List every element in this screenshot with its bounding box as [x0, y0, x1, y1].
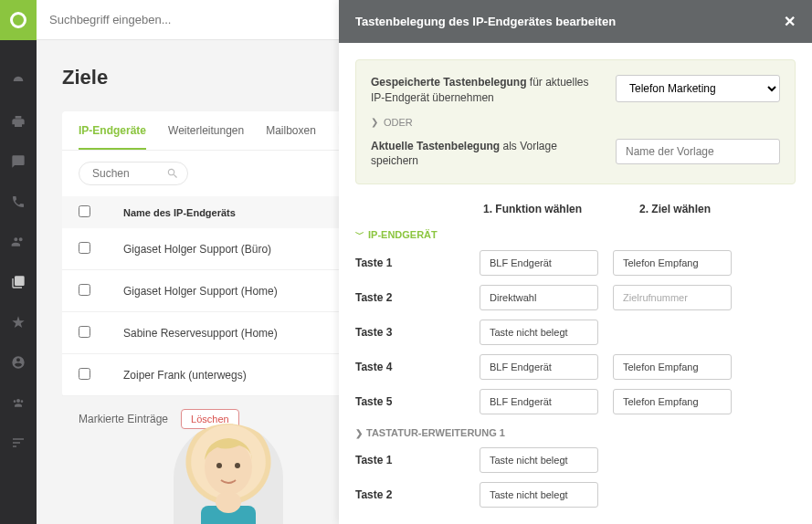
key-function-select[interactable]: Taste nicht belegt [480, 482, 598, 508]
svg-point-4 [216, 491, 241, 513]
key-assignment-modal: Tastenbelegung des IP-Endgerätes bearbei… [339, 0, 812, 524]
key-row: Taste 4BLF EndgerätTelefon Empfang [355, 354, 796, 380]
key-function-select[interactable]: Direktwahl [480, 285, 598, 310]
column-headers: 1. Funktion wählen 2. Ziel wählen [355, 203, 796, 215]
close-icon[interactable]: ✕ [784, 13, 796, 30]
sidebar-group-icon[interactable] [10, 394, 26, 411]
modal-body: Gespeicherte Tastenbelegung für aktuelle… [339, 43, 812, 524]
key-row: Taste 3Taste nicht belegt [355, 320, 796, 345]
col-function-header: 1. Funktion wählen [483, 203, 639, 215]
row-checkbox[interactable] [79, 368, 90, 380]
row-checkbox[interactable] [79, 284, 90, 296]
sidebar-chat-icon[interactable] [10, 153, 26, 170]
key-label: Taste 1 [355, 257, 465, 269]
key-label: Taste 1 [355, 454, 465, 466]
key-target-select[interactable]: Telefon Empfang [613, 250, 732, 276]
template-save-input[interactable] [616, 139, 780, 164]
template-save-label: Aktuelle Tastenbelegung als Vorlage spei… [371, 139, 597, 170]
sidebar-print-icon[interactable] [10, 113, 26, 130]
logo[interactable] [0, 0, 37, 40]
key-function-select[interactable]: BLF Endgerät [480, 389, 598, 414]
key-label: Taste 2 [355, 291, 465, 304]
key-function-select[interactable]: Taste nicht belegt [480, 447, 598, 473]
key-function-select[interactable]: BLF Endgerät [480, 354, 598, 380]
sidebar-dashboard-icon[interactable] [10, 73, 26, 89]
row-checkbox[interactable] [79, 242, 90, 254]
key-row: Taste 2DirektwahlZielrufnummer [355, 285, 796, 310]
col-target-header: 2. Ziel wählen [639, 203, 796, 215]
search-input[interactable] [49, 13, 323, 26]
key-function-select[interactable]: Taste nicht belegt [480, 320, 598, 345]
tab-mailboxes[interactable]: Mailboxen [266, 124, 316, 150]
key-target-select[interactable]: Telefon Empfang [613, 389, 732, 414]
chevron-down-icon: ﹀ [355, 228, 364, 241]
marked-label: Markierte Einträge [79, 413, 168, 425]
sidebar-profile-icon[interactable] [10, 354, 26, 371]
section-keyboard-extension[interactable]: ❯ TASTATUR-ERWEITERUNG 1 [355, 427, 796, 438]
key-label: Taste 2 [355, 488, 465, 501]
key-row: Taste 1BLF EndgerätTelefon Empfang [355, 250, 796, 276]
key-label: Taste 3 [355, 326, 465, 339]
key-target-select[interactable]: Zielrufnummer [613, 285, 732, 310]
chevron-right-icon: ❯ [371, 117, 378, 127]
sidebar-star-icon[interactable] [10, 314, 26, 330]
modal-header: Tastenbelegung des IP-Endgerätes bearbei… [339, 0, 812, 43]
template-load-label: Gespeicherte Tastenbelegung für aktuelle… [371, 75, 597, 106]
section-ip-device[interactable]: ﹀ IP-ENDGERÄT [355, 228, 796, 241]
key-label: Taste 5 [355, 395, 465, 408]
key-row: Taste 5BLF EndgerätTelefon Empfang [355, 389, 796, 414]
sidebar-users-icon[interactable] [10, 234, 26, 250]
key-row: Taste 1Taste nicht belegt [355, 447, 796, 473]
avatar-image [174, 424, 283, 524]
key-function-select[interactable]: BLF Endgerät [480, 250, 598, 276]
tab-ip-devices[interactable]: IP-Endgeräte [79, 124, 146, 150]
search-icon [166, 167, 179, 183]
key-target-select[interactable]: Telefon Empfang [613, 354, 732, 380]
template-or-divider: ❯ ODER [371, 117, 780, 128]
logo-circle-icon [10, 12, 26, 28]
modal-title: Tastenbelegung des IP-Endgerätes bearbei… [355, 15, 616, 28]
select-all-checkbox[interactable] [79, 205, 90, 217]
row-checkbox[interactable] [79, 326, 90, 338]
tab-forwardings[interactable]: Weiterleitungen [168, 124, 244, 150]
key-label: Taste 4 [355, 361, 465, 373]
sidebar-phone-icon[interactable] [10, 194, 26, 210]
svg-point-2 [235, 463, 240, 468]
chevron-right-icon: ❯ [355, 428, 363, 438]
template-box: Gespeicherte Tastenbelegung für aktuelle… [355, 59, 796, 184]
sidebar [0, 40, 37, 524]
sidebar-settings-icon[interactable] [10, 435, 26, 451]
svg-point-1 [216, 463, 222, 468]
template-load-select[interactable]: Telefon Marketing [616, 75, 780, 102]
key-row: Taste 2Taste nicht belegt [355, 482, 796, 508]
sidebar-book-icon[interactable] [10, 274, 26, 290]
